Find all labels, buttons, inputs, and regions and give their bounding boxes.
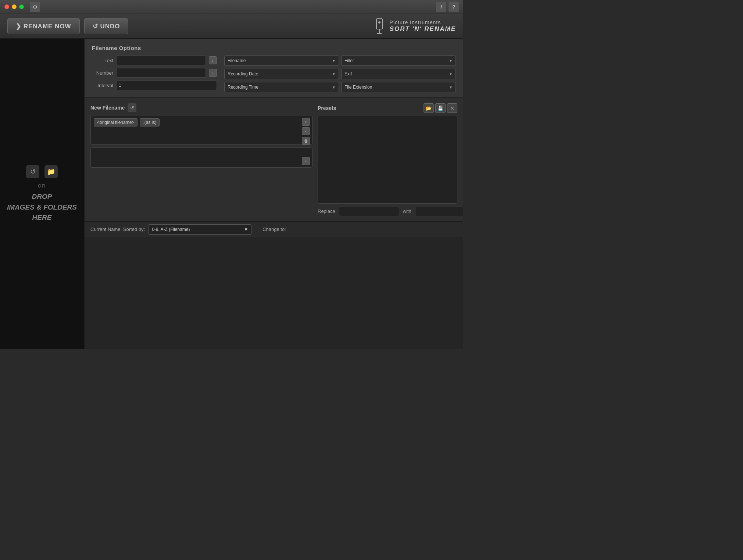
interval-label: Interval (92, 83, 113, 88)
recording-date-dropdown[interactable]: Recording Date ▼ (224, 69, 339, 79)
text-arrow-button[interactable]: ↓ (209, 56, 217, 64)
chevron-down-icon5: ▼ (332, 85, 336, 89)
sort-select-dropdown[interactable]: 0-9, A-Z (Filename) ▼ (149, 224, 251, 235)
file-list-area (85, 237, 463, 350)
drop-text: DROPIMAGES & FOLDERSHERE (7, 192, 77, 223)
refresh-icon: ↺ (30, 168, 36, 176)
preview-left-button[interactable]: ‹ (302, 157, 310, 165)
brand-area: Picture Instruments Sort 'n' Rename (373, 18, 456, 35)
right-options: Filename ▼ Filler ▼ Recording Date ▼ (224, 56, 456, 92)
folder-icon-button[interactable]: 📁 (44, 165, 58, 178)
filename-preview-area: ‹ (90, 147, 312, 168)
rename-now-button[interactable]: ❯ RENAME NOW (7, 18, 80, 34)
with-input[interactable] (415, 207, 463, 216)
new-filename-header: New Filename ↺ (90, 103, 312, 112)
help-button[interactable]: ? (449, 2, 459, 12)
drop-icons: ↺ 📁 (26, 165, 58, 178)
gear-icon: ⚙ (33, 4, 37, 10)
svg-point-3 (378, 21, 381, 24)
dropdown-row-2: Recording Date ▼ Exif ▼ (224, 69, 456, 79)
token-original-filename[interactable]: <original filename> (94, 118, 137, 126)
number-label: Number (92, 70, 113, 76)
token-controls: › ‹ 🗑 (302, 118, 310, 145)
token-delete-button[interactable]: 🗑 (302, 137, 310, 145)
text-label: Text (92, 58, 113, 63)
info-button[interactable]: i (436, 2, 446, 12)
token-as-is[interactable]: .(as is) (140, 118, 160, 126)
chevron-left-icon: ‹ (305, 129, 307, 133)
chevron-down-sort-icon: ▼ (244, 227, 248, 232)
folder-icon: 📁 (47, 168, 55, 176)
replace-row: Replace with (318, 207, 457, 216)
filler-dropdown-label: Filler (344, 58, 354, 63)
filename-tokens-area: <original filename> .(as is) › ‹ 🗑 (90, 115, 312, 145)
brand-name: Picture Instruments (390, 19, 456, 25)
drop-panel[interactable]: ↺ 📁 OR DROPIMAGES & FOLDERSHERE (0, 39, 85, 349)
number-arrow-button[interactable]: ↓ (209, 69, 217, 77)
drop-or-text: OR (38, 183, 46, 189)
titlebar: ⚙ i ? (0, 0, 463, 14)
bottom-section: New Filename ↺ <original filename> .(as … (85, 98, 463, 221)
chevron-down-icon2: ▼ (449, 59, 453, 63)
exif-dropdown[interactable]: Exif ▼ (341, 69, 456, 79)
new-filename-title: New Filename (90, 105, 125, 111)
filename-dropdown[interactable]: Filename ▼ (224, 56, 339, 66)
sort-bar: Current Name, Sorted by: 0-9, A-Z (Filen… (85, 221, 463, 237)
filename-dropdown-label: Filename (228, 58, 246, 63)
file-extension-label: File Extension (344, 85, 372, 90)
fullscreen-button[interactable] (19, 4, 24, 9)
traffic-lights (4, 4, 24, 9)
folder-open-icon: 📂 (426, 106, 432, 111)
chevron-down-icon3: ▼ (332, 72, 336, 76)
preset-folder-button[interactable]: 📂 (424, 103, 434, 113)
main-content: ↺ 📁 OR DROPIMAGES & FOLDERSHERE Filename… (0, 39, 463, 349)
replace-input[interactable] (339, 207, 399, 216)
recording-date-label: Recording Date (228, 71, 258, 76)
toolbar: ❯ RENAME NOW ↺ UNDO Picture Instruments … (0, 14, 463, 39)
chevron-down-icon: ▼ (332, 59, 336, 63)
new-filename-reset-button[interactable]: ↺ (128, 103, 136, 112)
change-to-label: Change to: (262, 227, 286, 232)
interval-input[interactable] (116, 81, 217, 90)
recording-time-label: Recording Time (228, 85, 258, 90)
chevron-right-icon: › (305, 120, 307, 124)
delete-icon: ✕ (450, 106, 454, 111)
preset-delete-button[interactable]: ✕ (447, 103, 457, 113)
close-button[interactable] (4, 4, 9, 9)
preset-buttons: 📂 💾 ✕ (424, 103, 457, 113)
presets-header: Presets 📂 💾 ✕ (318, 103, 457, 113)
chevron-down-icon4: ▼ (449, 72, 453, 76)
preset-save-button[interactable]: 💾 (435, 103, 446, 113)
filename-options-section: Filename Options Text ↓ Number (85, 39, 463, 98)
number-input[interactable] (116, 68, 206, 78)
right-panel: Filename Options Text ↓ Number (85, 39, 463, 349)
brand-text: Picture Instruments Sort 'n' Rename (390, 19, 456, 33)
interval-row: Interval (92, 81, 217, 90)
chevron-down-icon6: ▼ (449, 85, 453, 89)
titlebar-right: i ? (436, 2, 459, 12)
arrow-down-icon2: ↓ (212, 71, 214, 75)
number-row: Number ↓ (92, 68, 217, 78)
presets-title: Presets (318, 105, 336, 111)
token-right-button[interactable]: › (302, 118, 310, 126)
brand-subtitle: Sort 'n' Rename (390, 25, 456, 33)
refresh-icon-button[interactable]: ↺ (26, 165, 39, 178)
text-input[interactable] (116, 56, 206, 65)
filler-dropdown[interactable]: Filler ▼ (341, 56, 456, 66)
undo-button[interactable]: ↺ UNDO (84, 18, 129, 34)
dropdown-row-3: Recording Time ▼ File Extension ▼ (224, 82, 456, 92)
gear-button[interactable]: ⚙ (30, 2, 40, 12)
file-extension-dropdown[interactable]: File Extension ▼ (341, 82, 456, 92)
filename-options-title: Filename Options (92, 45, 456, 51)
svg-rect-0 (376, 19, 382, 29)
trash-icon: 🗑 (304, 139, 308, 143)
sort-value-label: 0-9, A-Z (Filename) (152, 227, 190, 232)
recording-time-dropdown[interactable]: Recording Time ▼ (224, 82, 339, 92)
chevron-left-icon2: ‹ (305, 159, 307, 163)
new-filename-panel: New Filename ↺ <original filename> .(as … (90, 103, 312, 216)
token-left-button[interactable]: ‹ (302, 127, 310, 135)
minimize-button[interactable] (12, 4, 17, 9)
arrow-down-icon: ↓ (212, 58, 214, 63)
sort-current-label: Current Name, Sorted by: (90, 227, 145, 232)
options-body: Text ↓ Number ↓ Interval (92, 56, 456, 92)
